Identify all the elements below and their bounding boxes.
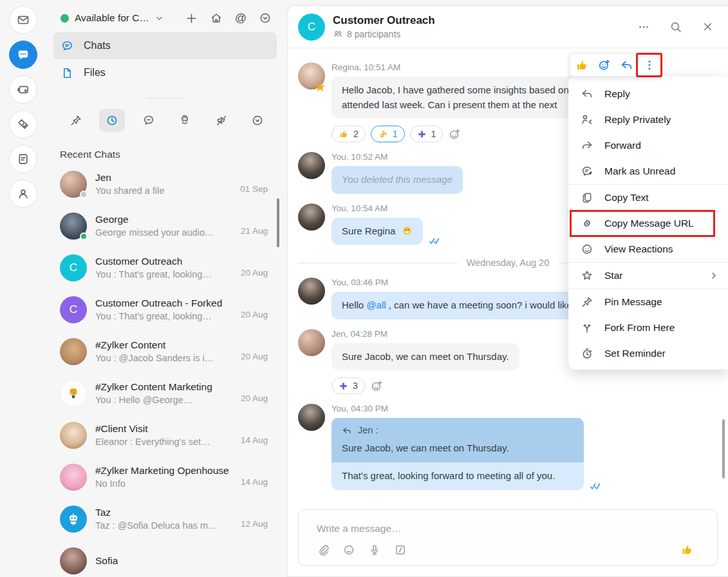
filter-unread-button[interactable] bbox=[136, 109, 162, 132]
reactions-row: 3 bbox=[331, 377, 718, 394]
chat-avatar[interactable]: C bbox=[298, 14, 325, 41]
status-selector[interactable]: Available for C… bbox=[61, 12, 164, 24]
mail-icon bbox=[16, 13, 30, 27]
quick-thumbs-up-button[interactable] bbox=[570, 55, 593, 75]
menu-item-reply[interactable]: Reply bbox=[568, 81, 728, 107]
menu-item-fork[interactable]: Fork From Here bbox=[568, 315, 728, 341]
filter-more-button[interactable] bbox=[245, 109, 270, 132]
chats-icon bbox=[61, 39, 74, 53]
avatar bbox=[60, 171, 87, 198]
menu-item-mark-unread[interactable]: Mark as Unread bbox=[568, 158, 728, 184]
rail-chats-button[interactable] bbox=[9, 41, 37, 69]
home-button[interactable] bbox=[210, 12, 223, 24]
add-reaction-button[interactable] bbox=[593, 55, 615, 75]
sidebar-item-chats[interactable]: Chats bbox=[53, 32, 277, 59]
avatar bbox=[60, 338, 87, 365]
close-icon[interactable] bbox=[702, 21, 714, 33]
rail-notes-button[interactable] bbox=[9, 145, 37, 173]
attach-icon[interactable] bbox=[317, 544, 330, 556]
message-bubble: Sure Regina bbox=[331, 218, 423, 245]
list-item[interactable]: C Customer Outreach - ForkedYou : That's… bbox=[46, 288, 287, 330]
add-reaction-button[interactable] bbox=[370, 379, 384, 393]
mute-icon bbox=[215, 114, 228, 127]
list-item[interactable]: GeorgeGeorge missed your audio… 21 Aug bbox=[46, 205, 287, 247]
chat-icon bbox=[16, 48, 30, 62]
add-reaction-button[interactable] bbox=[448, 128, 462, 141]
mention-all[interactable]: @all bbox=[366, 299, 386, 310]
avatar bbox=[60, 506, 87, 533]
more-actions-button[interactable] bbox=[638, 55, 660, 75]
slash-command-icon[interactable] bbox=[394, 544, 407, 556]
reaction-thumbs-up[interactable]: 2 bbox=[331, 126, 366, 142]
mic-icon[interactable] bbox=[368, 544, 381, 556]
list-item[interactable]: JenYou shared a file 01 Sep bbox=[46, 163, 287, 205]
new-chat-button[interactable] bbox=[185, 12, 198, 24]
message-bubble: Sure Jacob, we can meet on Thursday. bbox=[331, 343, 519, 371]
fork-icon bbox=[581, 321, 593, 334]
sidebar-scrollbar[interactable] bbox=[277, 198, 279, 247]
sidebar-divider bbox=[147, 98, 186, 99]
starred-indicator: ★ bbox=[314, 80, 326, 93]
thumbs-up-icon bbox=[339, 129, 349, 139]
avatar[interactable] bbox=[298, 329, 325, 356]
emoji-icon[interactable] bbox=[342, 544, 355, 556]
list-item[interactable]: TazTaz : @Sofia Deluca has m… 12 Aug bbox=[46, 498, 287, 540]
person-icon bbox=[16, 187, 30, 201]
more-options-button[interactable] bbox=[637, 21, 650, 33]
list-item[interactable]: #Client VisitEleanor : Everything’s set…… bbox=[46, 414, 287, 456]
filter-muted-button[interactable] bbox=[209, 109, 234, 132]
menu-item-reply-privately[interactable]: Reply Privately bbox=[568, 107, 728, 133]
message-input[interactable]: Write a message… bbox=[317, 523, 640, 534]
list-item[interactable]: #Zylker ContentYou : @Jacob Sanders is i… bbox=[46, 330, 287, 372]
thumbs-up-send-button[interactable] bbox=[680, 543, 694, 556]
filter-recent-button[interactable] bbox=[99, 109, 125, 132]
avatar[interactable] bbox=[298, 152, 325, 179]
menu-item-set-reminder[interactable]: Set Reminder bbox=[568, 341, 728, 366]
menu-item-copy-text[interactable]: Copy Text bbox=[568, 185, 728, 211]
chat-panel: C Customer Outreach 8 participants Regin… bbox=[287, 5, 728, 577]
circle-chevron-icon bbox=[251, 114, 264, 127]
mentions-button[interactable]: @ bbox=[235, 12, 247, 25]
comment-icon bbox=[142, 114, 155, 127]
chevron-down-icon bbox=[154, 14, 164, 23]
menu-item-forward[interactable]: Forward bbox=[568, 133, 728, 158]
reply-button[interactable] bbox=[615, 55, 638, 75]
list-item[interactable]: #Zylker Content MarketingYou : Hello @Ge… bbox=[46, 372, 287, 414]
menu-item-copy-message-url[interactable]: Copy Message URL bbox=[568, 211, 728, 236]
message-hover-toolbar bbox=[570, 53, 661, 77]
sidebar-item-files[interactable]: Files bbox=[53, 59, 277, 86]
files-icon bbox=[61, 66, 74, 80]
menu-item-star[interactable]: Star bbox=[568, 263, 728, 288]
reaction-ok-hand[interactable]: 1 bbox=[371, 126, 405, 142]
participants-count[interactable]: 8 participants bbox=[347, 29, 400, 39]
list-item[interactable]: C Customer OutreachYou : That's great, l… bbox=[46, 247, 287, 288]
reaction-plus[interactable]: 3 bbox=[331, 377, 365, 394]
bot-icon bbox=[178, 114, 191, 127]
grin-emoji bbox=[402, 225, 413, 236]
rail-tasks-button[interactable] bbox=[9, 110, 37, 138]
reaction-plus[interactable]: 1 bbox=[410, 126, 443, 142]
recent-dropdown-button[interactable] bbox=[259, 12, 272, 24]
read-receipt-icon bbox=[590, 483, 602, 490]
list-item[interactable]: #Zylker Marketing OpenhouseNo Info 14 Au… bbox=[46, 456, 287, 498]
submenu-chevron-icon bbox=[709, 270, 719, 281]
link-icon bbox=[581, 217, 593, 230]
quoted-message[interactable]: Jen : Sure Jacob, we can meet on Thursda… bbox=[331, 418, 584, 462]
smiley-icon bbox=[581, 243, 593, 256]
rail-contacts-button[interactable] bbox=[9, 180, 37, 208]
avatar bbox=[60, 547, 87, 574]
filter-bots-button[interactable] bbox=[172, 109, 198, 132]
avatar[interactable] bbox=[298, 203, 325, 231]
avatar[interactable] bbox=[298, 278, 325, 305]
menu-item-pin-message[interactable]: Pin Message bbox=[568, 289, 728, 315]
clock-icon bbox=[106, 114, 118, 127]
rail-wallet-button[interactable] bbox=[9, 75, 37, 104]
menu-item-view-reactions[interactable]: View Reactions bbox=[568, 236, 728, 262]
avatar[interactable] bbox=[298, 404, 325, 431]
avatar: C bbox=[60, 254, 87, 281]
filter-pinned-button[interactable] bbox=[63, 109, 89, 132]
search-icon[interactable] bbox=[669, 21, 682, 33]
list-item[interactable]: Sofia bbox=[46, 540, 287, 577]
rail-mail-button[interactable] bbox=[9, 6, 37, 34]
chat-scrollbar[interactable] bbox=[722, 419, 725, 478]
